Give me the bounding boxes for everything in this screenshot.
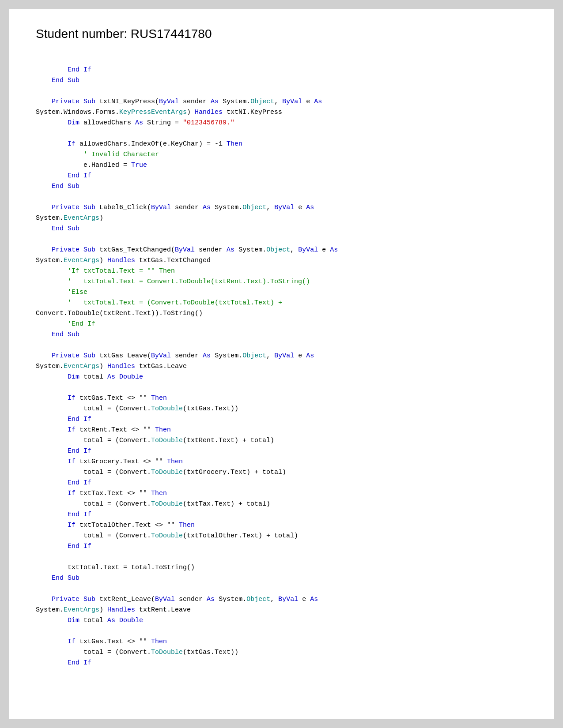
code-block: End If End Sub Private Sub txtNI_KeyPres… [36,54,527,679]
page-container: Student number: RUS17441780 End If End S… [9,9,554,719]
student-number: Student number: RUS17441780 [36,27,527,41]
